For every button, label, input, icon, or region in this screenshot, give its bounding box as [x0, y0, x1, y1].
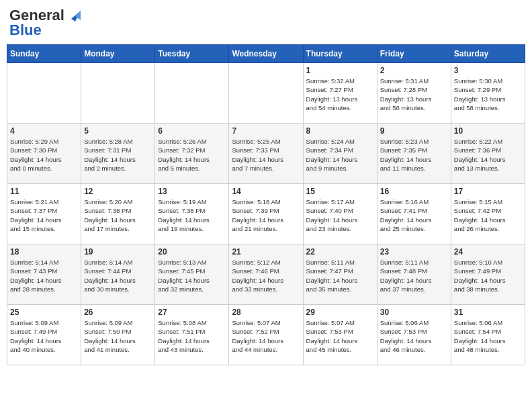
- calendar-cell: 1Sunrise: 5:32 AM Sunset: 7:27 PM Daylig…: [303, 63, 377, 124]
- day-number: 17: [454, 187, 522, 196]
- day-number: 25: [10, 308, 78, 317]
- calendar-cell: 12Sunrise: 5:20 AM Sunset: 7:38 PM Dayli…: [81, 184, 155, 244]
- day-number: 26: [84, 308, 152, 317]
- calendar-cell: 8Sunrise: 5:24 AM Sunset: 7:34 PM Daylig…: [303, 124, 377, 184]
- day-number: 29: [306, 308, 374, 317]
- calendar-cell: 10Sunrise: 5:22 AM Sunset: 7:36 PM Dayli…: [451, 124, 525, 184]
- day-number: 8: [306, 126, 374, 136]
- calendar-header-row: SundayMondayTuesdayWednesdayThursdayFrid…: [7, 45, 525, 63]
- day-info: Sunrise: 5:25 AM Sunset: 7:33 PM Dayligh…: [232, 137, 300, 173]
- calendar-cell: 6Sunrise: 5:26 AM Sunset: 7:32 PM Daylig…: [155, 124, 229, 184]
- day-info: Sunrise: 5:26 AM Sunset: 7:32 PM Dayligh…: [158, 137, 226, 173]
- calendar-cell: 17Sunrise: 5:15 AM Sunset: 7:42 PM Dayli…: [451, 184, 525, 244]
- calendar-cell: 9Sunrise: 5:23 AM Sunset: 7:35 PM Daylig…: [377, 124, 451, 184]
- day-number: 22: [306, 247, 374, 257]
- week-row-4: 25Sunrise: 5:09 AM Sunset: 7:49 PM Dayli…: [7, 305, 525, 365]
- day-number: 7: [232, 126, 300, 136]
- calendar-cell: 2Sunrise: 5:31 AM Sunset: 7:28 PM Daylig…: [377, 63, 451, 124]
- day-info: Sunrise: 5:09 AM Sunset: 7:49 PM Dayligh…: [10, 318, 78, 354]
- day-number: 28: [232, 308, 300, 317]
- day-number: 20: [158, 247, 226, 257]
- calendar-cell: 11Sunrise: 5:21 AM Sunset: 7:37 PM Dayli…: [7, 184, 81, 244]
- column-header-sunday: Sunday: [7, 45, 81, 63]
- day-info: Sunrise: 5:06 AM Sunset: 7:53 PM Dayligh…: [380, 318, 448, 354]
- day-number: 15: [306, 187, 374, 196]
- day-info: Sunrise: 5:11 AM Sunset: 7:48 PM Dayligh…: [380, 258, 448, 293]
- logo-blue-text: Blue: [9, 21, 42, 39]
- day-number: 4: [10, 126, 78, 136]
- day-number: 6: [158, 126, 226, 136]
- calendar-cell: 30Sunrise: 5:06 AM Sunset: 7:53 PM Dayli…: [377, 305, 451, 365]
- day-info: Sunrise: 5:18 AM Sunset: 7:39 PM Dayligh…: [232, 197, 300, 233]
- day-info: Sunrise: 5:07 AM Sunset: 7:53 PM Dayligh…: [306, 318, 374, 354]
- calendar-cell: 16Sunrise: 5:16 AM Sunset: 7:41 PM Dayli…: [377, 184, 451, 244]
- day-info: Sunrise: 5:15 AM Sunset: 7:42 PM Dayligh…: [454, 197, 522, 233]
- column-header-monday: Monday: [81, 45, 155, 63]
- calendar-cell: 3Sunrise: 5:30 AM Sunset: 7:29 PM Daylig…: [451, 63, 525, 124]
- day-info: Sunrise: 5:06 AM Sunset: 7:54 PM Dayligh…: [454, 318, 522, 354]
- day-number: 11: [10, 187, 78, 196]
- calendar-table: SundayMondayTuesdayWednesdayThursdayFrid…: [7, 44, 525, 365]
- day-info: Sunrise: 5:32 AM Sunset: 7:27 PM Dayligh…: [306, 77, 374, 112]
- day-number: 13: [158, 187, 226, 196]
- column-header-friday: Friday: [377, 45, 451, 63]
- day-info: Sunrise: 5:07 AM Sunset: 7:52 PM Dayligh…: [232, 318, 300, 354]
- calendar-cell: 13Sunrise: 5:19 AM Sunset: 7:38 PM Dayli…: [155, 184, 229, 244]
- day-number: 23: [380, 247, 448, 257]
- calendar-cell: 26Sunrise: 5:09 AM Sunset: 7:50 PM Dayli…: [81, 305, 155, 365]
- week-row-0: 1Sunrise: 5:32 AM Sunset: 7:27 PM Daylig…: [7, 63, 525, 124]
- day-number: 27: [158, 308, 226, 317]
- day-info: Sunrise: 5:24 AM Sunset: 7:34 PM Dayligh…: [306, 137, 374, 173]
- day-info: Sunrise: 5:31 AM Sunset: 7:28 PM Dayligh…: [380, 77, 448, 112]
- calendar-cell: 7Sunrise: 5:25 AM Sunset: 7:33 PM Daylig…: [229, 124, 303, 184]
- column-header-saturday: Saturday: [451, 45, 525, 63]
- calendar-cell: [155, 63, 229, 124]
- day-info: Sunrise: 5:10 AM Sunset: 7:49 PM Dayligh…: [454, 258, 522, 293]
- day-number: 5: [84, 126, 152, 136]
- calendar-cell: 23Sunrise: 5:11 AM Sunset: 7:48 PM Dayli…: [377, 244, 451, 305]
- day-number: 24: [454, 247, 522, 257]
- day-number: 18: [10, 247, 78, 257]
- day-number: 31: [454, 308, 522, 317]
- calendar-cell: 18Sunrise: 5:14 AM Sunset: 7:43 PM Dayli…: [7, 244, 81, 305]
- calendar-cell: 4Sunrise: 5:29 AM Sunset: 7:30 PM Daylig…: [7, 124, 81, 184]
- calendar-cell: 29Sunrise: 5:07 AM Sunset: 7:53 PM Dayli…: [303, 305, 377, 365]
- calendar-cell: 27Sunrise: 5:08 AM Sunset: 7:51 PM Dayli…: [155, 305, 229, 365]
- day-info: Sunrise: 5:19 AM Sunset: 7:38 PM Dayligh…: [158, 197, 226, 233]
- day-number: 2: [380, 66, 448, 75]
- week-row-2: 11Sunrise: 5:21 AM Sunset: 7:37 PM Dayli…: [7, 184, 525, 244]
- day-number: 10: [454, 126, 522, 136]
- day-info: Sunrise: 5:14 AM Sunset: 7:43 PM Dayligh…: [10, 258, 78, 293]
- calendar-cell: 22Sunrise: 5:11 AM Sunset: 7:47 PM Dayli…: [303, 244, 377, 305]
- week-row-3: 18Sunrise: 5:14 AM Sunset: 7:43 PM Dayli…: [7, 244, 525, 305]
- day-number: 9: [380, 126, 448, 136]
- column-header-tuesday: Tuesday: [155, 45, 229, 63]
- day-info: Sunrise: 5:16 AM Sunset: 7:41 PM Dayligh…: [380, 197, 448, 233]
- logo-bird-icon: [66, 9, 81, 21]
- day-number: 3: [454, 66, 522, 75]
- day-info: Sunrise: 5:08 AM Sunset: 7:51 PM Dayligh…: [158, 318, 226, 354]
- day-info: Sunrise: 5:13 AM Sunset: 7:45 PM Dayligh…: [158, 258, 226, 293]
- calendar-cell: 20Sunrise: 5:13 AM Sunset: 7:45 PM Dayli…: [155, 244, 229, 305]
- page-header: General Blue: [7, 7, 525, 39]
- calendar-cell: [229, 63, 303, 124]
- calendar-cell: 21Sunrise: 5:12 AM Sunset: 7:46 PM Dayli…: [229, 244, 303, 305]
- week-row-1: 4Sunrise: 5:29 AM Sunset: 7:30 PM Daylig…: [7, 124, 525, 184]
- calendar-cell: 25Sunrise: 5:09 AM Sunset: 7:49 PM Dayli…: [7, 305, 81, 365]
- day-number: 19: [84, 247, 152, 257]
- day-info: Sunrise: 5:21 AM Sunset: 7:37 PM Dayligh…: [10, 197, 78, 233]
- calendar-cell: 24Sunrise: 5:10 AM Sunset: 7:49 PM Dayli…: [451, 244, 525, 305]
- day-info: Sunrise: 5:12 AM Sunset: 7:46 PM Dayligh…: [232, 258, 300, 293]
- day-number: 14: [232, 187, 300, 196]
- day-info: Sunrise: 5:23 AM Sunset: 7:35 PM Dayligh…: [380, 137, 448, 173]
- calendar-cell: 5Sunrise: 5:28 AM Sunset: 7:31 PM Daylig…: [81, 124, 155, 184]
- day-info: Sunrise: 5:22 AM Sunset: 7:36 PM Dayligh…: [454, 137, 522, 173]
- day-number: 12: [84, 187, 152, 196]
- day-info: Sunrise: 5:20 AM Sunset: 7:38 PM Dayligh…: [84, 197, 152, 233]
- day-number: 21: [232, 247, 300, 257]
- calendar-cell: 31Sunrise: 5:06 AM Sunset: 7:54 PM Dayli…: [451, 305, 525, 365]
- day-info: Sunrise: 5:09 AM Sunset: 7:50 PM Dayligh…: [84, 318, 152, 354]
- calendar-cell: 19Sunrise: 5:14 AM Sunset: 7:44 PM Dayli…: [81, 244, 155, 305]
- day-info: Sunrise: 5:14 AM Sunset: 7:44 PM Dayligh…: [84, 258, 152, 293]
- calendar-cell: 28Sunrise: 5:07 AM Sunset: 7:52 PM Dayli…: [229, 305, 303, 365]
